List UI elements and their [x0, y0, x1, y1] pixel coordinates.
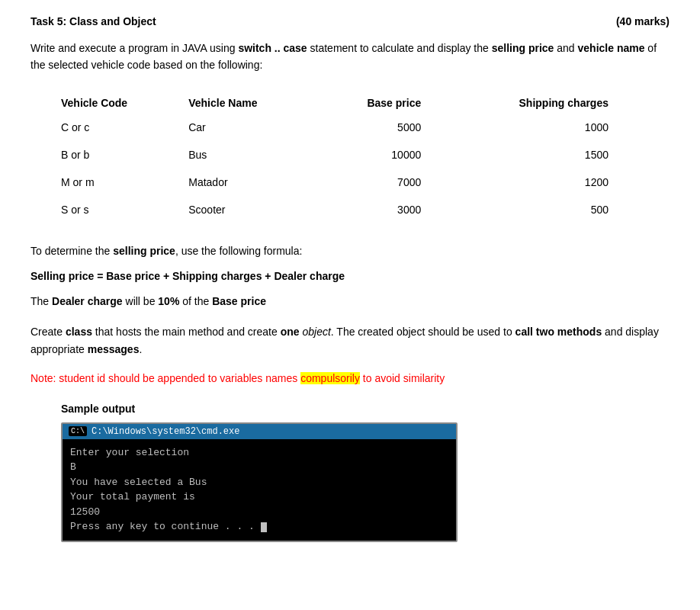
cmd-body: Enter your selectionBYou have selected a…: [63, 439, 456, 541]
vehicle-table-section: Vehicle Code Vehicle Name Base price Shi…: [61, 92, 639, 223]
vehicle-code-cell: C or c: [61, 114, 188, 141]
note-paragraph: Note: student id should be appended to v…: [31, 370, 669, 387]
base-price-cell: 10000: [319, 141, 451, 169]
selling-price-text: selling price: [113, 245, 175, 257]
col-vehicle-code: Vehicle Code: [61, 92, 188, 114]
formula-line: Selling price = Base price + Shipping ch…: [31, 267, 669, 286]
table-row: S or s Scooter 3000 500: [61, 196, 639, 223]
messages-keyword: messages: [88, 343, 140, 355]
formula-section: To determine the selling price, use the …: [31, 242, 669, 312]
table-header-row: Vehicle Code Vehicle Name Base price Shi…: [61, 92, 639, 114]
table-row: C or c Car 5000 1000: [61, 114, 639, 141]
call-methods-text: call two methods: [515, 326, 602, 338]
vehicle-code-cell: M or m: [61, 169, 188, 196]
col-base-price: Base price: [319, 92, 451, 114]
cmd-line: Enter your selection: [70, 445, 448, 461]
base-price-cell: 5000: [319, 114, 451, 141]
dealer-charge-line: The Dealer charge will be 10% of the Bas…: [31, 292, 669, 311]
cmd-title-text: C:\Windows\system32\cmd.exe: [92, 426, 239, 437]
class-keyword: class: [66, 326, 92, 338]
header-section: Task 5: Class and Object (40 marks): [31, 15, 669, 27]
cmd-line: Your total payment is: [70, 490, 448, 505]
object-keyword: object: [302, 326, 330, 338]
note-after: to avoid similarity: [360, 372, 445, 384]
switch-case-keyword: switch .. case: [238, 42, 307, 54]
vehicle-name-cell: Bus: [188, 141, 319, 169]
vehicle-name-cell: Scooter: [188, 196, 319, 223]
col-vehicle-name: Vehicle Name: [188, 92, 319, 114]
create-paragraph: Create class that hosts the main method …: [31, 323, 669, 358]
dealer-percent: 10%: [158, 295, 179, 307]
cmd-line: 12500: [70, 505, 448, 520]
shipping-cell: 1500: [451, 141, 639, 169]
vehicle-name-keyword: vehicle name: [578, 42, 645, 54]
vehicle-code-cell: S or s: [61, 196, 188, 223]
cmd-titlebar: C:\ C:\Windows\system32\cmd.exe: [63, 424, 456, 439]
one-keyword: one: [281, 326, 300, 338]
intro-paragraph: Write and execute a program in JAVA usin…: [31, 40, 669, 74]
vehicle-name-cell: Matador: [188, 169, 319, 196]
base-price-label: Base price: [212, 295, 266, 307]
dealer-charge-label: Dealer charge: [52, 295, 123, 307]
base-price-cell: 7000: [319, 169, 451, 196]
cmd-line: B: [70, 460, 448, 475]
cmd-window: C:\ C:\Windows\system32\cmd.exe Enter yo…: [61, 422, 458, 542]
vehicle-table: Vehicle Code Vehicle Name Base price Shi…: [61, 92, 639, 223]
shipping-cell: 1200: [451, 169, 639, 196]
vehicle-name-cell: Car: [188, 114, 319, 141]
cmd-cursor: [261, 522, 267, 532]
task-title: Task 5: Class and Object: [31, 15, 156, 27]
cmd-line: You have selected a Bus: [70, 475, 448, 490]
cmd-icon: C:\: [69, 426, 87, 436]
shipping-cell: 500: [451, 196, 639, 223]
note-highlight: compulsorily: [300, 372, 360, 384]
table-row: B or b Bus 10000 1500: [61, 141, 639, 169]
marks-label: (40 marks): [616, 15, 669, 27]
sample-output-label: Sample output: [61, 403, 669, 415]
selling-price-keyword: selling price: [492, 42, 554, 54]
formula-text: Selling price = Base price + Shipping ch…: [31, 270, 345, 282]
selling-price-intro: To determine the selling price, use the …: [31, 242, 669, 261]
vehicle-code-cell: B or b: [61, 141, 188, 169]
cmd-line: Press any key to continue . . .: [70, 519, 448, 535]
shipping-cell: 1000: [451, 114, 639, 141]
note-before: Note: student id should be appended to v…: [31, 372, 300, 384]
base-price-cell: 3000: [319, 196, 451, 223]
table-row: M or m Matador 7000 1200: [61, 169, 639, 196]
col-shipping: Shipping charges: [451, 92, 639, 114]
